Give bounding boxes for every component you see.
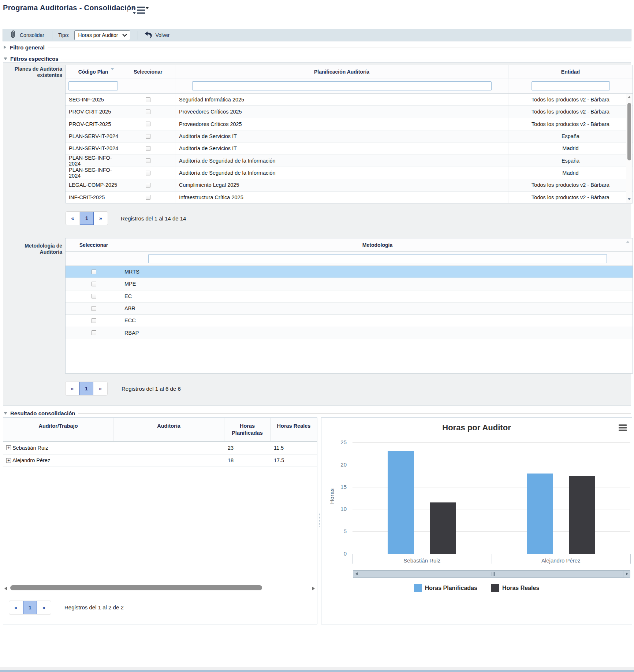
- planificacion-cell: Auditoría de Seguridad de la Información: [175, 155, 508, 167]
- table-row[interactable]: MPE: [66, 278, 633, 290]
- bar-reales[interactable]: [569, 476, 595, 554]
- legend-item[interactable]: Horas Planificadas: [414, 584, 477, 592]
- resultado-horizontal-scrollbar[interactable]: [4, 585, 316, 592]
- table-row[interactable]: INF-CRIT-2025Infraestructura Crítica 202…: [66, 192, 633, 204]
- planificacion-cell: Proveedores Críticos 2025: [175, 118, 508, 130]
- bar-planificadas[interactable]: [527, 474, 553, 554]
- row-checkbox[interactable]: [92, 294, 96, 298]
- table-row[interactable]: EC: [66, 290, 633, 302]
- table-row[interactable]: PLAN-SEG-INFO-2024Auditoría de Seguridad…: [66, 155, 633, 167]
- table-row[interactable]: +Sebastián Ruiz2311.5: [3, 442, 317, 454]
- row-checkbox[interactable]: [146, 122, 150, 126]
- row-checkbox[interactable]: [92, 306, 96, 311]
- panel-splitter[interactable]: [319, 513, 320, 527]
- next-page-button[interactable]: »: [94, 212, 108, 225]
- row-checkbox[interactable]: [92, 270, 96, 274]
- scroll-thumb[interactable]: [627, 103, 631, 160]
- metodologia-cell: EC: [122, 290, 633, 302]
- row-checkbox[interactable]: [92, 282, 96, 286]
- table-row[interactable]: PROV-CRIT-2025Proveedores Críticos 2025T…: [66, 106, 633, 118]
- y-axis-label: 15: [332, 484, 347, 490]
- column-header-horas-reales[interactable]: Horas Reales: [271, 418, 317, 441]
- section-filtros-especificos[interactable]: Filtros específicos: [4, 55, 631, 63]
- scroll-down-icon[interactable]: [628, 198, 631, 200]
- seleccionar-cell: [66, 302, 122, 314]
- table-row[interactable]: ECC: [66, 315, 633, 327]
- table-row[interactable]: LEGAL-COMP-2025Cumplimiento Legal 2025To…: [66, 179, 633, 191]
- scroll-grip[interactable]: [492, 572, 495, 576]
- page-1-button[interactable]: 1: [23, 601, 37, 614]
- scroll-left-icon[interactable]: [4, 587, 7, 590]
- chart-menu-icon[interactable]: [619, 424, 627, 432]
- consolidar-button[interactable]: Consolidar: [20, 32, 44, 38]
- table-row[interactable]: +Alejandro Pérez1817.5: [3, 454, 317, 467]
- list-menu-icon[interactable]: [133, 5, 149, 17]
- scroll-right-icon[interactable]: [623, 571, 630, 578]
- column-header-auditoria[interactable]: Auditoria: [113, 418, 224, 441]
- page-1-button[interactable]: 1: [80, 212, 94, 225]
- table-row[interactable]: PLAN-SEG-INFO-2024Auditoría de Seguridad…: [66, 167, 633, 179]
- table-row[interactable]: PLAN-SERV-IT-2024Auditoría de Servicios …: [66, 130, 633, 142]
- chevron-down-icon: [122, 34, 127, 37]
- column-header-seleccionar[interactable]: Seleccionar: [121, 65, 175, 78]
- filter-entidad-input[interactable]: [532, 81, 610, 90]
- scroll-right-icon[interactable]: [312, 587, 315, 590]
- filter-metodologia-input[interactable]: [148, 254, 607, 263]
- prev-page-button[interactable]: «: [66, 382, 79, 395]
- entidad-cell: Madrid: [508, 142, 633, 154]
- codigo-plan-cell: LEGAL-COMP-2025: [66, 179, 121, 191]
- next-page-button[interactable]: »: [93, 382, 107, 395]
- column-header-planificacion[interactable]: Planificación Auditoría: [175, 65, 508, 78]
- column-header-codigo-plan[interactable]: Código Plan: [66, 65, 121, 78]
- planes-table: Código Plan Seleccionar Planificación Au…: [65, 65, 633, 203]
- row-checkbox[interactable]: [146, 183, 150, 188]
- row-checkbox[interactable]: [146, 171, 150, 175]
- planes-records-info: Registros del 1 al 14 de 14: [121, 215, 186, 222]
- table-row[interactable]: PLAN-SERV-IT-2024Auditoría de Servicios …: [66, 142, 633, 155]
- row-checkbox[interactable]: [146, 158, 150, 163]
- row-checkbox[interactable]: [92, 330, 96, 335]
- column-header-entidad[interactable]: Entidad: [508, 65, 633, 78]
- section-resultado[interactable]: Resultado consolidación: [4, 409, 631, 417]
- scroll-up-icon[interactable]: [628, 96, 631, 98]
- chart-scrollbar[interactable]: [353, 570, 630, 578]
- table-row[interactable]: SEG-INF-2025Seguridad Informática 2025To…: [66, 94, 633, 106]
- metodologia-pagination: « 1 »: [65, 382, 108, 396]
- next-page-button[interactable]: »: [37, 601, 51, 614]
- column-header-auditor-trabajo[interactable]: Auditor/Trabajo: [3, 418, 113, 441]
- column-header-horas-planificadas[interactable]: Horas Planificadas: [224, 418, 271, 441]
- column-header-metodologia[interactable]: Metodología: [122, 238, 633, 251]
- horas-reales-cell: 11.5: [271, 445, 317, 451]
- toolbar-separator: [138, 31, 138, 40]
- prev-page-button[interactable]: «: [9, 601, 23, 614]
- expand-icon[interactable]: +: [6, 458, 11, 463]
- column-header-seleccionar[interactable]: Seleccionar: [66, 238, 122, 251]
- legend-item[interactable]: Horas Reales: [491, 584, 539, 592]
- scroll-thumb[interactable]: [10, 585, 262, 590]
- tipo-select[interactable]: Horas por Auditor: [74, 30, 130, 40]
- row-checkbox[interactable]: [146, 109, 150, 114]
- bar-reales[interactable]: [430, 502, 456, 554]
- row-checkbox[interactable]: [146, 97, 150, 102]
- volver-button[interactable]: Volver: [156, 32, 170, 38]
- row-checkbox[interactable]: [92, 318, 96, 323]
- undo-icon: [144, 31, 152, 40]
- legend-swatch: [414, 584, 422, 592]
- filter-codigo-plan-input[interactable]: [68, 81, 118, 90]
- table-row[interactable]: PROV-CRIT-2025Proveedores Críticos 2025T…: [66, 118, 633, 130]
- expand-icon[interactable]: +: [6, 445, 11, 450]
- row-checkbox[interactable]: [146, 146, 150, 151]
- filter-planificacion-input[interactable]: [192, 81, 492, 90]
- bar-planificadas[interactable]: [388, 451, 414, 554]
- table-row[interactable]: ABR: [66, 302, 633, 315]
- page-1-button[interactable]: 1: [79, 382, 93, 395]
- prev-page-button[interactable]: «: [66, 212, 80, 225]
- table-row[interactable]: MRTS: [66, 266, 633, 278]
- scroll-left-icon[interactable]: [353, 571, 360, 578]
- table-row[interactable]: RBAP: [66, 327, 633, 339]
- row-checkbox[interactable]: [146, 134, 150, 139]
- codigo-plan-cell: PROV-CRIT-2025: [66, 118, 121, 130]
- planes-vertical-scrollbar[interactable]: [626, 94, 632, 203]
- row-checkbox[interactable]: [146, 195, 150, 200]
- section-filtro-general[interactable]: Filtro general: [4, 43, 631, 51]
